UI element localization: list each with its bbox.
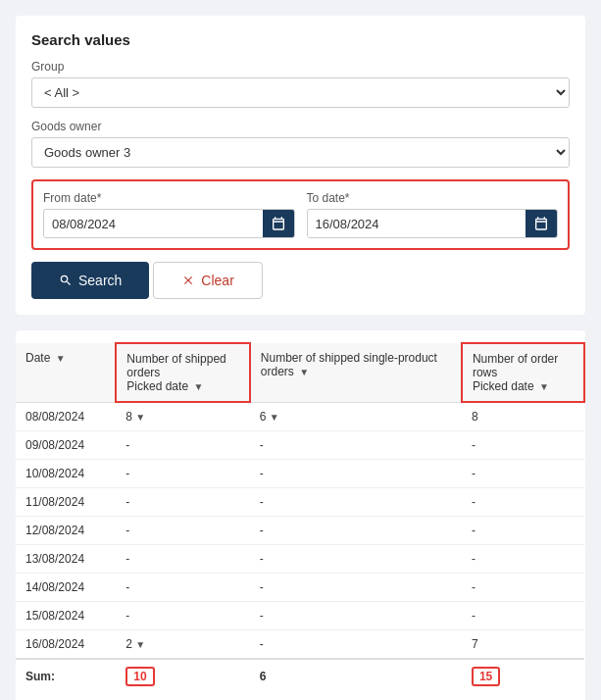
cell-rows: - xyxy=(462,517,584,545)
cell-shipped: - xyxy=(116,602,249,630)
clear-button[interactable]: Clear xyxy=(153,262,262,299)
to-date-calendar-button[interactable] xyxy=(526,210,557,237)
cell-single: - xyxy=(250,517,462,545)
shipped-expand-icon[interactable]: ▼ xyxy=(135,412,145,423)
cell-shipped: 2 ▼ xyxy=(116,630,249,660)
cell-single: - xyxy=(250,574,462,602)
table-row: 14/08/2024--- xyxy=(16,574,584,602)
col-rows-sublabel: Picked date xyxy=(473,379,534,393)
cell-date: 12/08/2024 xyxy=(16,517,116,545)
results-table-section: Date ▼ Number of shipped orders Picked d… xyxy=(16,330,585,700)
single-expand-icon[interactable]: ▼ xyxy=(270,412,279,423)
button-row: Search Clear xyxy=(31,262,570,299)
date-sort-icon: ▼ xyxy=(56,353,66,364)
cell-rows: 7 xyxy=(462,630,584,660)
goods-owner-label: Goods owner xyxy=(31,120,570,133)
col-header-shipped[interactable]: Number of shipped orders Picked date ▼ xyxy=(116,343,249,402)
sum-single-cell: 6 xyxy=(250,659,462,693)
goods-owner-field: Goods owner Goods owner 3 xyxy=(31,120,570,168)
to-date-wrapper xyxy=(307,209,559,238)
from-date-wrapper xyxy=(43,209,295,238)
sum-rows-cell: 15 xyxy=(462,659,584,693)
table-header-row: Date ▼ Number of shipped orders Picked d… xyxy=(16,343,584,402)
date-range-container: From date* To date* xyxy=(31,179,570,250)
from-date-calendar-button[interactable] xyxy=(263,210,294,237)
table-footer: Sum: 10 6 15 xyxy=(16,659,584,693)
table-row: 10/08/2024--- xyxy=(16,460,584,488)
cell-single: - xyxy=(250,602,462,630)
calendar-icon xyxy=(271,216,286,231)
single-sort-icon: ▼ xyxy=(299,367,309,377)
to-date-label: To date* xyxy=(307,191,559,205)
cell-shipped: - xyxy=(116,431,249,460)
table-row: 08/08/20248 ▼6 ▼8 xyxy=(16,402,584,431)
sum-rows-value: 15 xyxy=(472,667,500,686)
from-date-group: From date* xyxy=(43,191,295,238)
sum-row: Sum: 10 6 15 xyxy=(16,659,584,693)
cell-rows: - xyxy=(462,574,584,602)
table-row: 13/08/2024--- xyxy=(16,545,584,574)
results-table: Date ▼ Number of shipped orders Picked d… xyxy=(16,342,585,693)
cell-rows: - xyxy=(462,431,584,460)
col-rows-label: Number of order rows xyxy=(473,352,558,379)
cell-rows: - xyxy=(462,460,584,488)
from-date-input[interactable] xyxy=(44,211,263,237)
search-button-label: Search xyxy=(78,273,122,288)
calendar-icon xyxy=(533,216,549,231)
cell-single: - xyxy=(250,488,462,517)
rows-sort-icon: ▼ xyxy=(539,381,549,392)
col-single-label: Number of shipped single-product orders xyxy=(261,351,437,378)
cell-shipped: - xyxy=(116,460,249,488)
shipped-expand-icon[interactable]: ▼ xyxy=(135,639,145,650)
cell-shipped: - xyxy=(116,488,249,517)
group-select[interactable]: < All > xyxy=(31,77,570,108)
clear-button-label: Clear xyxy=(201,273,233,288)
cell-shipped: 8 ▼ xyxy=(116,402,249,431)
cell-rows: - xyxy=(462,602,584,630)
to-date-group: To date* xyxy=(307,191,559,238)
group-field: Group < All > xyxy=(31,60,570,108)
cell-date: 09/08/2024 xyxy=(16,431,116,460)
search-section: Search values Group < All > Goods owner … xyxy=(16,16,585,315)
col-shipped-label: Number of shipped orders xyxy=(126,352,225,379)
cell-date: 10/08/2024 xyxy=(16,460,116,488)
sum-shipped-value: 10 xyxy=(125,667,154,686)
col-shipped-sublabel: Picked date xyxy=(126,379,188,393)
clear-icon xyxy=(181,274,195,287)
cell-shipped: - xyxy=(116,574,249,602)
sum-shipped-cell: 10 xyxy=(116,659,249,693)
cell-rows: 8 xyxy=(462,402,584,431)
cell-date: 14/08/2024 xyxy=(16,574,116,602)
table-row: 15/08/2024--- xyxy=(16,602,584,630)
to-date-input[interactable] xyxy=(308,211,526,237)
from-date-label: From date* xyxy=(43,191,295,205)
col-header-single[interactable]: Number of shipped single-product orders … xyxy=(250,343,462,402)
cell-date: 11/08/2024 xyxy=(16,488,116,517)
cell-single: - xyxy=(250,460,462,488)
cell-rows: - xyxy=(462,488,584,517)
goods-owner-select[interactable]: Goods owner 3 xyxy=(31,137,570,168)
search-button[interactable]: Search xyxy=(31,262,149,299)
cell-rows: - xyxy=(462,545,584,574)
cell-date: 15/08/2024 xyxy=(16,602,116,630)
shipped-sort-icon: ▼ xyxy=(193,381,203,392)
cell-single: - xyxy=(250,431,462,460)
group-label: Group xyxy=(31,60,570,74)
table-row: 09/08/2024--- xyxy=(16,431,584,460)
section-title: Search values xyxy=(31,31,570,48)
table-row: 16/08/20242 ▼-7 xyxy=(16,630,584,660)
col-header-rows[interactable]: Number of order rows Picked date ▼ xyxy=(462,343,584,402)
table-row: 12/08/2024--- xyxy=(16,517,584,545)
table-row: 11/08/2024--- xyxy=(16,488,584,517)
cell-shipped: - xyxy=(116,517,249,545)
cell-single: 6 ▼ xyxy=(250,402,462,431)
cell-date: 16/08/2024 xyxy=(16,630,116,660)
sum-label-cell: Sum: xyxy=(16,659,116,693)
col-header-date[interactable]: Date ▼ xyxy=(16,343,116,402)
cell-date: 08/08/2024 xyxy=(16,402,116,431)
cell-date: 13/08/2024 xyxy=(16,545,116,574)
table-body: 08/08/20248 ▼6 ▼809/08/2024---10/08/2024… xyxy=(16,402,584,659)
search-icon xyxy=(59,274,73,287)
cell-single: - xyxy=(250,630,462,660)
cell-shipped: - xyxy=(116,545,249,574)
